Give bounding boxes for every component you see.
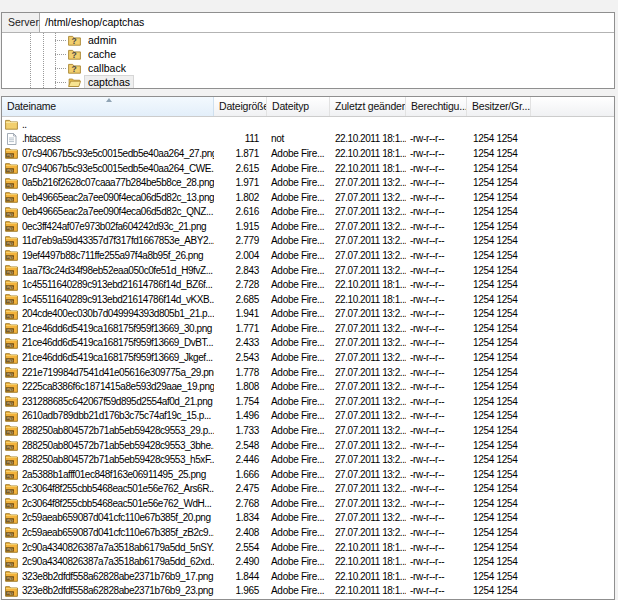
- file-row[interactable]: PNG0a5b216f2628c07caaa77b284be5b8ce_28.p…: [2, 175, 614, 190]
- file-row[interactable]: PNG288250ab804572b71ab5eb59428c9553_3bhe…: [2, 438, 614, 453]
- column-header-label: Berechtigu...: [411, 100, 467, 112]
- file-row[interactable]: ..: [2, 117, 614, 132]
- cell-owner-group: 1254 1254: [467, 585, 531, 596]
- filename-text: 2c3064f8f255cbb5468eac501e56e762_Ars6R..…: [22, 483, 214, 494]
- file-row[interactable]: PNG2c59aeab659087d041cfc110e67b385f_20.p…: [2, 511, 614, 526]
- cell-owner-group: 1254 1254: [467, 527, 531, 538]
- cell-filename: PNG0eb49665eac2a7ee090f4eca06d5d82c_13.p…: [2, 191, 214, 203]
- file-row[interactable]: PNG0ec3ff424af07e973b02fa604242d93c_21.p…: [2, 219, 614, 234]
- file-row[interactable]: PNG0eb49665eac2a7ee090f4eca06d5d82c_13.p…: [2, 190, 614, 205]
- png-file-icon: PNG: [5, 177, 18, 189]
- file-row[interactable]: PNG323e8b2dfdf558a62828abe2371b76b9_23.p…: [2, 584, 614, 599]
- cell-owner-group: 1254 1254: [467, 542, 531, 553]
- cell-modified: 27.07.2011 13:2...: [330, 410, 406, 421]
- cell-filesize: 2.446: [214, 454, 267, 465]
- file-list-body[interactable]: .. .htaccess 111 not 22.10.2011 18:1... …: [2, 117, 614, 598]
- svg-text:PNG: PNG: [7, 285, 14, 289]
- file-row[interactable]: PNG204cde400ec030b7d049994393d805b1_21.p…: [2, 307, 614, 322]
- file-row[interactable]: PNG231288685c642067f59d895d2554af0d_21.p…: [2, 394, 614, 409]
- cell-modified: 27.07.2011 13:2...: [330, 206, 406, 217]
- tree-item-cache[interactable]: ? cache: [2, 47, 614, 61]
- file-row[interactable]: PNG1c45511640289c913ebd21614786f14d_vKXB…: [2, 292, 614, 307]
- cell-modified: 27.07.2011 13:2...: [330, 454, 406, 465]
- cell-owner-group: 1254 1254: [467, 192, 531, 203]
- tree-item-captchas[interactable]: captchas: [2, 75, 614, 88]
- cell-filetype: Adobe Fire...: [267, 585, 330, 596]
- file-row[interactable]: PNG221e719984d7541d41e05616e309775a_29.p…: [2, 365, 614, 380]
- file-row[interactable]: PNG2a5388b1afff01ec848f163e06911495_25.p…: [2, 467, 614, 482]
- cell-filename: .htaccess: [2, 133, 214, 145]
- file-row[interactable]: PNG07c94067b5c93e5c0015edb5e40aa264_CWE.…: [2, 161, 614, 176]
- filename-text: 288250ab804572b71ab5eb59428c9553_h5xF...: [22, 454, 214, 465]
- cell-permissions: -rw-r--r--: [406, 279, 467, 290]
- file-row[interactable]: PNG07c94067b5c93e5c0015edb5e40aa264_27.p…: [2, 146, 614, 161]
- file-row[interactable]: PNG21ce46dd6d5419ca168175f959f13669_DvBT…: [2, 336, 614, 351]
- cell-owner-group: 1254 1254: [467, 556, 531, 567]
- sort-ascending-icon: [106, 98, 112, 102]
- cell-modified: 22.10.2011 18:1...: [330, 279, 406, 290]
- cell-filename: PNG1c45511640289c913ebd21614786f14d_vKXB…: [2, 293, 214, 305]
- cell-filesize: 1.915: [214, 221, 267, 232]
- file-row[interactable]: PNG1c45511640289c913ebd21614786f14d_BZ6f…: [2, 277, 614, 292]
- file-row[interactable]: PNG2c3064f8f255cbb5468eac501e56e762_WdH.…: [2, 496, 614, 511]
- cell-permissions: -rw-r--r--: [406, 265, 467, 276]
- cell-filename: PNG21ce46dd6d5419ca168175f959f13669_Jkge…: [2, 352, 214, 364]
- file-row[interactable]: PNG19ef4497b88c711ffe255a97f4a8b95f_26.p…: [2, 248, 614, 263]
- file-row[interactable]: PNG0eb49665eac2a7ee090f4eca06d5d82c_QNZ.…: [2, 204, 614, 219]
- file-row[interactable]: PNG2c90a4340826387a7a3518ab6179a5dd_5nSY…: [2, 540, 614, 555]
- tree-item-admin[interactable]: ? admin: [2, 33, 614, 47]
- cell-owner-group: 1254 1254: [467, 337, 531, 348]
- cell-filename: PNG288250ab804572b71ab5eb59428c9553_3bhe…: [2, 439, 214, 451]
- cell-filetype: Adobe Fire...: [267, 425, 330, 436]
- column-header-size[interactable]: Dateigröße: [214, 97, 267, 116]
- file-row[interactable]: .htaccess 111 not 22.10.2011 18:1... -rw…: [2, 132, 614, 147]
- cell-owner-group: 1254 1254: [467, 235, 531, 246]
- column-header-owner[interactable]: Besitzer/Gr...: [467, 97, 531, 116]
- file-row[interactable]: PNG2c59aeab659087d041cfc110e67b385f_zB2c…: [2, 525, 614, 540]
- file-row[interactable]: PNG288250ab804572b71ab5eb59428c9553_h5xF…: [2, 452, 614, 467]
- cell-owner-group: 1254 1254: [467, 454, 531, 465]
- column-header-type[interactable]: Dateityp: [267, 97, 330, 116]
- file-row[interactable]: PNG21ce46dd6d5419ca168175f959f13669_30.p…: [2, 321, 614, 336]
- png-file-icon: PNG: [5, 162, 18, 174]
- svg-text:PNG: PNG: [7, 256, 14, 260]
- png-file-icon: PNG: [5, 483, 18, 495]
- server-path-input[interactable]: /html/eshop/captchas: [40, 13, 614, 32]
- cell-filesize: 2.433: [214, 337, 267, 348]
- cell-modified: 22.10.2011 18:1...: [330, 148, 406, 159]
- file-row[interactable]: PNG21ce46dd6d5419ca168175f959f13669_Jkge…: [2, 350, 614, 365]
- cell-permissions: -rw-r--r--: [406, 323, 467, 334]
- cell-owner-group: 1254 1254: [467, 308, 531, 319]
- cell-permissions: -rw-r--r--: [406, 148, 467, 159]
- file-row[interactable]: PNG288250ab804572b71ab5eb59428c9553_29.p…: [2, 423, 614, 438]
- column-header-name[interactable]: Dateiname: [2, 97, 214, 116]
- cell-permissions: -rw-r--r--: [406, 352, 467, 363]
- cell-modified: 27.07.2011 13:2...: [330, 308, 406, 319]
- cell-filesize: 2.843: [214, 265, 267, 276]
- file-row[interactable]: PNG2c90a4340826387a7a3518ab6179a5dd_62xd…: [2, 554, 614, 569]
- cell-owner-group: 1254 1254: [467, 163, 531, 174]
- tree-connector: [55, 40, 67, 41]
- file-row[interactable]: PNG1aa7f3c24d34f98eb52eaa050c0fe51d_H9fv…: [2, 263, 614, 278]
- cell-permissions: -rw-r--r--: [406, 571, 467, 582]
- svg-text:PNG: PNG: [7, 154, 14, 158]
- tree-item-callback[interactable]: ? callback: [2, 61, 614, 75]
- cell-owner-group: 1254 1254: [467, 352, 531, 363]
- svg-text:PNG: PNG: [7, 562, 14, 566]
- cell-filetype: Adobe Fire...: [267, 163, 330, 174]
- column-header-perms[interactable]: Berechtigu...: [406, 97, 467, 116]
- column-header-label: Zuletzt geändert: [335, 100, 406, 112]
- svg-text:PNG: PNG: [7, 417, 14, 421]
- file-row[interactable]: PNG323e8b2dfdf558a62828abe2371b76b9_17.p…: [2, 569, 614, 584]
- file-row[interactable]: PNG2225ca8386f6c1871415a8e593d29aae_19.p…: [2, 379, 614, 394]
- column-header-modified[interactable]: Zuletzt geändert: [330, 97, 406, 116]
- png-file-icon: PNG: [5, 249, 18, 261]
- filename-text: 2c3064f8f255cbb5468eac501e56e762_WdH...: [22, 498, 211, 509]
- filename-text: 2225ca8386f6c1871415a8e593d29aae_19.png: [22, 381, 214, 392]
- cell-filename: PNG21ce46dd6d5419ca168175f959f13669_DvBT…: [2, 337, 214, 349]
- file-row[interactable]: PNG2c3064f8f255cbb5468eac501e56e762_Ars6…: [2, 481, 614, 496]
- cell-filesize: 1.834: [214, 512, 267, 523]
- cell-permissions: -rw-r--r--: [406, 337, 467, 348]
- file-row[interactable]: PNG2610adb789dbb21d176b3c75c74af19c_15.p…: [2, 409, 614, 424]
- file-row[interactable]: PNG11d7eb9a59d43357d7f317fd1667853e_ABY2…: [2, 234, 614, 249]
